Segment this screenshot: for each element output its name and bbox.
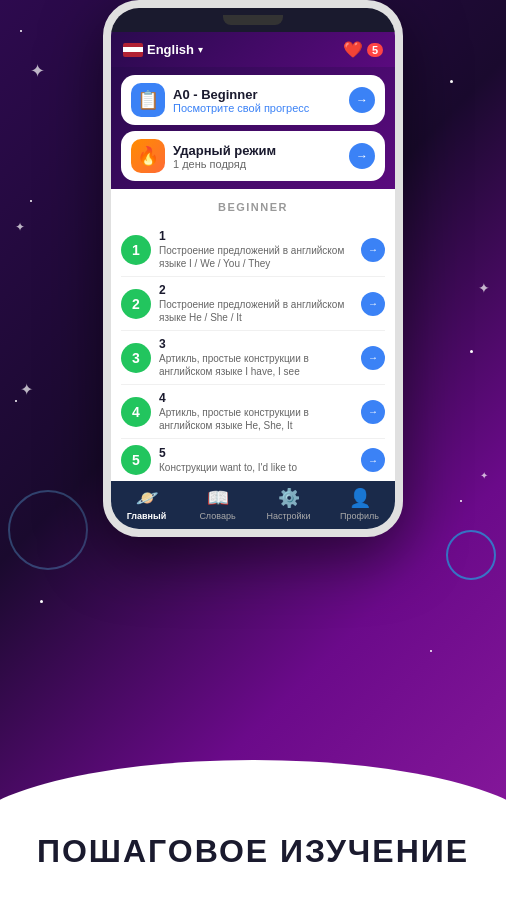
progress-card[interactable]: 📋 A0 - Beginner Посмотрите свой прогресс… [121, 75, 385, 125]
dictionary-icon: 📖 [207, 487, 229, 509]
lesson-circle-1: 1 [121, 235, 151, 265]
lesson-num-label-3: 3 [159, 337, 353, 351]
lessons-header: BEGINNER [121, 201, 385, 213]
lesson-num-label-4: 4 [159, 391, 353, 405]
streak-card-subtitle: 1 день подряд [173, 158, 341, 170]
white-blob [0, 760, 506, 900]
language-dropdown-arrow: ▾ [198, 44, 203, 55]
streak-card-title: Ударный режим [173, 143, 341, 158]
nav-label-settings: Настройки [266, 511, 310, 521]
lesson-arrow-4[interactable]: → [361, 400, 385, 424]
bottom-headline: ПОШАГОВОЕ ИЗУЧЕНИЕ [37, 833, 469, 870]
sparkle-5: ✦ [480, 470, 488, 481]
nav-label-home: Главный [127, 511, 167, 521]
lesson-content-4: 4 Артикль, простые конструкции в английс… [159, 391, 353, 432]
us-flag [123, 43, 143, 57]
nav-item-dictionary[interactable]: 📖 Словарь [182, 487, 253, 521]
lesson-num-label-5: 5 [159, 446, 353, 460]
lesson-desc-4: Артикль, простые конструкции в английско… [159, 406, 353, 432]
lesson-item-3[interactable]: 3 3 Артикль, простые конструкции в англи… [121, 331, 385, 385]
nav-label-profile: Профиль [340, 511, 379, 521]
orbit-ring [8, 490, 88, 570]
lesson-num-label-2: 2 [159, 283, 353, 297]
nav-label-dictionary: Словарь [199, 511, 235, 521]
lesson-content-5: 5 Конструкции want to, I'd like to [159, 446, 353, 474]
language-text: English [147, 42, 194, 57]
sparkle-4: ✦ [478, 280, 490, 296]
lesson-content-3: 3 Артикль, простые конструкции в английс… [159, 337, 353, 378]
lesson-desc-3: Артикль, простые конструкции в английско… [159, 352, 353, 378]
lesson-arrow-3[interactable]: → [361, 346, 385, 370]
nav-item-profile[interactable]: 👤 Профиль [324, 487, 395, 521]
lesson-desc-1: Построение предложений в английском язык… [159, 244, 353, 270]
lesson-arrow-5[interactable]: → [361, 448, 385, 472]
lesson-desc-2: Построение предложений в английском язык… [159, 298, 353, 324]
phone-wrapper: English ▾ ❤️ 5 📋 A0 - Beginner Посмотрит… [103, 0, 403, 537]
lesson-item-5[interactable]: 5 5 Конструкции want to, I'd like to → [121, 439, 385, 481]
phone-cards: 📋 A0 - Beginner Посмотрите свой прогресс… [111, 67, 395, 189]
progress-card-content: A0 - Beginner Посмотрите свой прогресс [173, 87, 341, 114]
bottom-text-area: ПОШАГОВОЕ ИЗУЧЕНИЕ [0, 833, 506, 870]
sparkle-2: ✦ [15, 220, 25, 234]
cyan-circle-decoration [446, 530, 496, 580]
phone: English ▾ ❤️ 5 📋 A0 - Beginner Посмотрит… [103, 0, 403, 537]
sparkle-1: ✦ [30, 60, 45, 82]
lesson-circle-3: 3 [121, 343, 151, 373]
streak-card[interactable]: 🔥 Ударный режим 1 день подряд → [121, 131, 385, 181]
lesson-content-1: 1 Построение предложений в английском яз… [159, 229, 353, 270]
lesson-item-4[interactable]: 4 4 Артикль, простые конструкции в англи… [121, 385, 385, 439]
progress-card-icon: 📋 [131, 83, 165, 117]
progress-card-title: A0 - Beginner [173, 87, 341, 102]
lessons-container: BEGINNER 1 1 Построение предложений в ан… [111, 189, 395, 481]
streak-card-content: Ударный режим 1 день подряд [173, 143, 341, 170]
sparkle-3: ✦ [20, 380, 33, 399]
streak-card-icon: 🔥 [131, 139, 165, 173]
heart-count: 5 [367, 43, 383, 57]
progress-card-subtitle: Посмотрите свой прогресс [173, 102, 341, 114]
lesson-desc-5: Конструкции want to, I'd like to [159, 461, 353, 474]
lesson-item-2[interactable]: 2 2 Построение предложений в английском … [121, 277, 385, 331]
lesson-arrow-2[interactable]: → [361, 292, 385, 316]
streak-card-arrow[interactable]: → [349, 143, 375, 169]
lessons-list: 1 1 Построение предложений в английском … [121, 223, 385, 481]
language-selector[interactable]: English ▾ [123, 42, 203, 57]
progress-card-arrow[interactable]: → [349, 87, 375, 113]
notch [223, 15, 283, 25]
lesson-arrow-1[interactable]: → [361, 238, 385, 262]
lesson-item-1[interactable]: 1 1 Построение предложений в английском … [121, 223, 385, 277]
phone-notch [111, 8, 395, 32]
heart-icon: ❤️ [343, 40, 363, 59]
home-icon: 🪐 [136, 487, 158, 509]
settings-icon: ⚙️ [278, 487, 300, 509]
lesson-content-2: 2 Построение предложений в английском яз… [159, 283, 353, 324]
hearts-badge: ❤️ 5 [343, 40, 383, 59]
lesson-circle-4: 4 [121, 397, 151, 427]
bottom-nav: 🪐 Главный 📖 Словарь ⚙️ Настройки 👤 Профи… [111, 481, 395, 529]
lesson-circle-5: 5 [121, 445, 151, 475]
nav-item-settings[interactable]: ⚙️ Настройки [253, 487, 324, 521]
lesson-num-label-1: 1 [159, 229, 353, 243]
nav-item-home[interactable]: 🪐 Главный [111, 487, 182, 521]
phone-header: English ▾ ❤️ 5 [111, 32, 395, 67]
profile-icon: 👤 [349, 487, 371, 509]
lesson-circle-2: 2 [121, 289, 151, 319]
